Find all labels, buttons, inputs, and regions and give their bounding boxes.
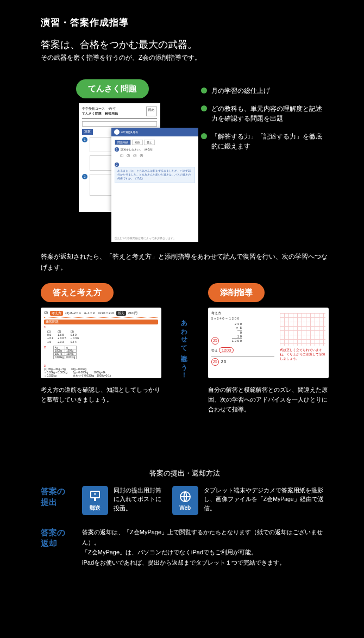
section3-heading: 答案の提出・返却方法 (41, 468, 329, 478)
return-label: 答案の 返却 (41, 527, 72, 549)
tensaku-guidance-tag: 添削指導 (208, 283, 265, 302)
submit-row: 答案の 提出 郵送 同封の提出用封筒に入れてポストに投函。 (41, 486, 329, 515)
calc4: (4) (140, 154, 143, 157)
p1-c2: (2) 1.6 8 + 0.6 5 2.3 3 (58, 330, 66, 343)
bullet-3: 「解答する力」「記述する力」を徹底的に鍛えます (201, 132, 326, 152)
calc-row: (1) (2) (3) (4) (120, 154, 195, 157)
t-heading: 考え方 (211, 311, 274, 316)
section2: 答案が返却されたら、「答えと考え方」と添削指導をあわせて読んで復習を行い、次の学… (41, 251, 329, 414)
p2-num: 2 (44, 346, 46, 359)
ans-label: 答え (211, 349, 218, 352)
post-desc: 同封の提出用封筒に入れてポストに投函。 (114, 486, 162, 512)
avatar-icon (114, 129, 120, 135)
return-desc: 答案の返却は、「Z会MyPage」上で閲覧するかたちとなります（紙での返却はござ… (82, 527, 329, 568)
sheet-field (82, 121, 157, 127)
section3: 答案の提出・返却方法 答案の 提出 郵送 同封の提出用封筒に入れてポストに投函。 (41, 468, 329, 580)
submit-label: 答案の 提出 (41, 486, 72, 508)
worksheet-front: 4年算数4月号 問題用紙 添削 答え 1 計算をしなさい。（各5点） (1) (… (111, 128, 198, 242)
front-header: 4年算数4月号 (121, 130, 138, 134)
mid-label: あわせて読もう！ (181, 283, 189, 376)
q1-badge: 1 (115, 147, 119, 152)
sheet-title: てんさく問題 解答用紙 (82, 111, 118, 116)
globe-icon (179, 490, 192, 503)
bullet-1: 月の学習の総仕上げ (201, 86, 326, 96)
worksheet-stack: 中学受験コース 4年生 てんさく問題 解答用紙 氏名 算数 1 2 4年算数4月… (79, 103, 196, 234)
bullet-3-text: 「解答する力」「記述する力」を徹底的に鍛えます (211, 132, 326, 152)
p3-text: (1) 35g＝30g＋5g 30g＝0.03kg ＝0.03kg＋0.005k… (44, 367, 111, 377)
sheet-subject: 算数 (82, 129, 93, 135)
tab-tensaku: 添削 (132, 140, 143, 145)
return-row: 答案の 返却 答案の返却は、「Z会MyPage」上で閲覧するかたちとなります（紙… (41, 527, 329, 568)
headline-line2: その武器を磨く指導を行うのが、Z会の添削指導です。 (41, 53, 201, 62)
p1-c1: (1) 0.6 + 0.9 1.5 (47, 330, 53, 343)
tab-problem: 問題用紙 (115, 140, 131, 145)
calc3: (3) (133, 154, 136, 157)
red-annotations: 式は正しく立てられていますね。くり上がりに注意して筆算しましょう。 (280, 311, 325, 361)
chip-kangaekata: 考え方 (50, 311, 63, 316)
red-note: 式は正しく立てられていますね。くり上がりに注意して筆算しましょう。 (280, 348, 325, 361)
q2-num: 2 (82, 174, 87, 179)
score-circle-2: 25 (211, 358, 219, 366)
p1-c3: (3) 0.8 0 − 0.3 6 0.4 4 (71, 330, 79, 343)
kotae-top-text: (2) 8÷2＝4 4−1＝3 3×70＝210 (65, 311, 114, 316)
q2-note: あるきまりに、ともみさんは駅まで歩きましたが、バスで15分かかりました。ともみさ… (115, 167, 195, 183)
method-web: Web タブレット端末やデジカメで答案用紙を撮影し、画像ファイルを「Z会MyPa… (172, 486, 329, 515)
calc1: (1) (120, 154, 123, 157)
col-tensaku: 添削指導 考え方 5 × 2 4 0 ＝ 1 2 0 0 25 2 4 0 × … (208, 283, 329, 414)
tensaku-tag: てんさく問題 (76, 79, 149, 98)
t-line1: 5 × 2 4 0 ＝ 1 2 0 0 (211, 316, 274, 321)
bullet-dot (201, 105, 207, 111)
post-icon-box: 郵送 (82, 486, 108, 515)
method-post: 郵送 同封の提出用封筒に入れてポストに投函。 (82, 486, 162, 515)
web-icon-box: Web (172, 486, 198, 515)
bullet-dot (201, 133, 207, 139)
p1-cols: (1) 0.6 + 0.9 1.5 (2) 1.6 8 + 0.6 5 2.3 … (47, 330, 158, 343)
bullet-dot (201, 87, 207, 93)
tensaku-card: 考え方 5 × 2 4 0 ＝ 1 2 0 0 25 2 4 0 × 5 0 1… (208, 308, 329, 378)
front-topbar: 4年算数4月号 (111, 128, 198, 136)
sheet-subject-box: 氏名 (146, 107, 157, 116)
tensaku-desc: 自分の解答と模範解答とのズレ、間違えた原因、次の学習へのアドバイスを一人ひとりに… (208, 385, 329, 414)
bullet-2-text: どの教科も、単元内容の理解度と記述力を確認する問題を出題 (211, 104, 326, 124)
sheet-grade: 中学受験コース 4年生 (82, 107, 118, 111)
web-desc: タブレット端末やデジカメで答案用紙を撮影し、画像ファイルを「Z会MyPage」経… (204, 486, 329, 512)
calc2: (2) (127, 154, 130, 157)
web-label: Web (179, 505, 191, 511)
front-tabs: 問題用紙 添削 答え (115, 140, 195, 145)
bullets: 月の学習の総仕上げ どの教科も、単元内容の理解度と記述力を確認する問題を出題 「… (201, 86, 326, 159)
kotae-desc: 考え方の道筋を確認し、知識としてしっかりと蓄積していきましょう。 (41, 385, 161, 404)
q2-badge: 2 (115, 162, 119, 167)
grid-bg (280, 313, 325, 346)
headline-line1: 答案は、合格をつかむ最大の武器。 (41, 38, 201, 51)
tab-answer: 答え (144, 140, 155, 145)
bottom-num: 2 5 (221, 360, 227, 364)
kotae-tag: 答えと考え方 (41, 283, 114, 302)
chip-ans: 答え (116, 311, 126, 316)
score-circle-1: 25 (211, 337, 219, 345)
q1-instruct: 1 計算をしなさい。（各5点） (115, 147, 195, 152)
p2-table: kgg 1000g1000g 100 倍100 倍 0.001kg0.001kg (53, 346, 77, 359)
kotae-card: (2) 考え方 (2) 8÷2＝4 4−1＝3 3×70＝210 答え 210 … (41, 308, 161, 378)
sect-chip: 練習問題 (44, 320, 158, 324)
p1-num: 1 (44, 326, 46, 329)
bullet-2: どの教科も、単元内容の理解度と記述力を確認する問題を出題 (201, 104, 326, 124)
headline: 答案は、合格をつかむ最大の武器。 その武器を磨く指導を行うのが、Z会の添削指導で… (41, 38, 201, 62)
front-footnote: (注)上下の答案用紙は月によって多少異なります。 (115, 237, 176, 240)
post-label: 郵送 (90, 504, 101, 512)
bullet-1-text: 月の学習の総仕上げ (211, 86, 270, 96)
q2-block: 2 あるきまりに、ともみさんは駅まで歩きましたが、バスで15分かかりました。とも… (115, 162, 195, 183)
q1-num: 1 (82, 137, 87, 142)
kotae-ans-text: 210 円 (128, 311, 138, 316)
section2-lead: 答案が返却されたら、「答えと考え方」と添削指導をあわせて読んで復習を行い、次の学… (41, 251, 329, 273)
col-kotae: 答えと考え方 (2) 考え方 (2) 8÷2＝4 4−1＝3 3×70＝210 … (41, 283, 161, 404)
page-title: 演習・答案作成指導 (41, 16, 129, 29)
post-icon (89, 490, 102, 503)
ans-box: 1200 (219, 347, 234, 353)
